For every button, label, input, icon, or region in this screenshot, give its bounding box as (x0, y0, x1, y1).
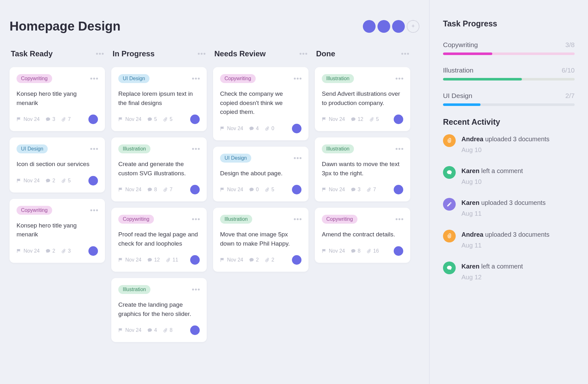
attachment-count: 8 (170, 327, 173, 333)
column-menu-button[interactable] (96, 53, 104, 55)
comment-count: 4 (256, 126, 259, 131)
task-card[interactable]: UI DesignDesign the about page.Nov 2405 (213, 147, 308, 202)
assignee-avatar[interactable] (190, 325, 200, 335)
task-description: Check the company we copied doesn't thin… (220, 89, 301, 117)
task-card[interactable]: CopywritingProof read the legal page and… (111, 208, 207, 272)
task-date: Nov 24 (125, 257, 142, 263)
task-date: Nov 24 (125, 116, 142, 122)
progress-item: Illustration6/10 (443, 66, 575, 80)
assignee-avatar[interactable] (190, 185, 200, 194)
assignee-avatar[interactable] (394, 185, 403, 194)
comment-icon: 5 (147, 116, 157, 122)
task-meta: Nov 2437 (322, 187, 376, 192)
card-menu-button[interactable] (396, 78, 403, 80)
task-date: Nov 24 (125, 187, 142, 192)
attachment-icon: 5 (265, 187, 274, 192)
assignee-avatar[interactable] (394, 115, 403, 124)
task-card[interactable]: IllustrationSend Advert illustrations ov… (315, 67, 410, 131)
assignee-avatar[interactable] (292, 255, 301, 265)
flag-icon: Nov 24 (118, 116, 142, 122)
card-menu-button[interactable] (90, 78, 98, 80)
avatar-group: + (363, 20, 419, 33)
avatar[interactable] (392, 20, 405, 33)
task-card[interactable]: IllustrationDawn wants to move the text … (315, 137, 410, 201)
comment-icon: 3 (351, 187, 361, 192)
task-meta: Nov 2423 (17, 248, 71, 254)
task-card[interactable]: UI DesignReplace lorem ipsum text in the… (111, 67, 207, 131)
card-menu-button[interactable] (90, 209, 98, 211)
assignee-avatar[interactable] (292, 124, 301, 133)
task-card[interactable]: CopywritingKonsep hero title yang menari… (10, 199, 105, 263)
flag-icon: Nov 24 (220, 257, 243, 263)
assignee-avatar[interactable] (190, 255, 200, 265)
task-meta: Nov 2422 (220, 257, 274, 263)
activity-action: left a comment (480, 167, 523, 174)
flag-icon: Nov 24 (322, 248, 345, 254)
flag-icon: Nov 24 (220, 187, 243, 192)
card-menu-button[interactable] (192, 148, 200, 150)
kanban-column: In ProgressUI DesignReplace lorem ipsum … (111, 49, 207, 348)
card-menu-button[interactable] (396, 148, 403, 150)
activity-item: Karen uploaded 3 documentsAug 11 (443, 198, 575, 218)
column-menu-button[interactable] (198, 53, 205, 55)
task-meta: Nov 2455 (118, 116, 173, 122)
task-meta: Nov 241211 (118, 257, 178, 263)
activity-item: Andrea uploaded 3 documentsAug 10 (443, 134, 575, 155)
comment-icon: 2 (249, 257, 259, 263)
kanban-column: Task ReadyCopywritingKonsep hero title y… (10, 49, 105, 348)
card-menu-button[interactable] (294, 78, 301, 80)
activity-date: Aug 11 (461, 241, 550, 250)
task-card[interactable]: IllustrationCreate the landing page grap… (111, 278, 207, 342)
card-menu-button[interactable] (192, 289, 200, 290)
task-date: Nov 24 (329, 248, 345, 254)
card-menu-button[interactable] (192, 218, 200, 220)
task-date: Nov 24 (24, 248, 40, 254)
task-card[interactable]: IllustrationMove that one image 5px down… (213, 208, 308, 272)
flag-icon: Nov 24 (220, 126, 243, 131)
task-description: Amend the contract details. (322, 230, 403, 239)
assignee-avatar[interactable] (394, 246, 403, 256)
card-menu-button[interactable] (90, 148, 98, 150)
task-description: Dawn wants to move the text 3px to the r… (322, 160, 403, 178)
card-menu-button[interactable] (294, 157, 301, 159)
avatar[interactable] (377, 20, 390, 33)
assignee-avatar[interactable] (88, 246, 98, 256)
assignee-avatar[interactable] (292, 185, 301, 194)
attachment-icon: 0 (265, 126, 274, 131)
attachment-icon: 5 (369, 116, 379, 122)
attachment-count: 11 (173, 257, 178, 263)
task-meta: Nov 2448 (118, 327, 173, 333)
comment-count: 0 (256, 187, 259, 192)
task-date: Nov 24 (125, 327, 142, 333)
task-meta: Nov 2405 (220, 187, 274, 192)
card-menu-button[interactable] (192, 78, 200, 80)
task-date: Nov 24 (227, 257, 243, 263)
progress-item: Copywriting3/8 (443, 41, 575, 55)
column-title: Done (316, 49, 335, 58)
attachment-count: 5 (170, 116, 173, 122)
task-card[interactable]: UI DesignIcon di section our servicesNov… (10, 137, 105, 192)
attachment-icon: 11 (166, 257, 178, 263)
task-card[interactable]: CopywritingCheck the company we copied d… (213, 67, 308, 140)
add-member-button[interactable]: + (407, 20, 419, 33)
progress-count: 3/8 (565, 41, 575, 49)
card-menu-button[interactable] (396, 218, 403, 220)
task-card[interactable]: CopywritingAmend the contract details.No… (315, 208, 410, 263)
activity-item: Andrea uploaded 3 documentsAug 11 (443, 230, 575, 250)
assignee-avatar[interactable] (88, 176, 98, 185)
comment-icon: 4 (147, 327, 157, 333)
task-card[interactable]: IllustrationCreate and generate the cust… (111, 137, 207, 201)
card-menu-button[interactable] (294, 218, 301, 220)
task-card[interactable]: CopywritingKonsep hero title yang menari… (10, 67, 105, 131)
assignee-avatar[interactable] (190, 115, 200, 124)
kanban-column: DoneIllustrationSend Advert illustration… (315, 49, 410, 348)
assignee-avatar[interactable] (88, 115, 98, 124)
activity-item: Karen left a commentAug 10 (443, 166, 575, 186)
column-menu-button[interactable] (401, 53, 409, 55)
avatar[interactable] (363, 20, 376, 33)
column-menu-button[interactable] (300, 53, 307, 55)
comment-icon: 0 (249, 187, 259, 192)
progress-label: Copywriting (443, 41, 478, 49)
task-tag: Illustration (118, 285, 150, 294)
comment-count: 3 (358, 187, 361, 192)
